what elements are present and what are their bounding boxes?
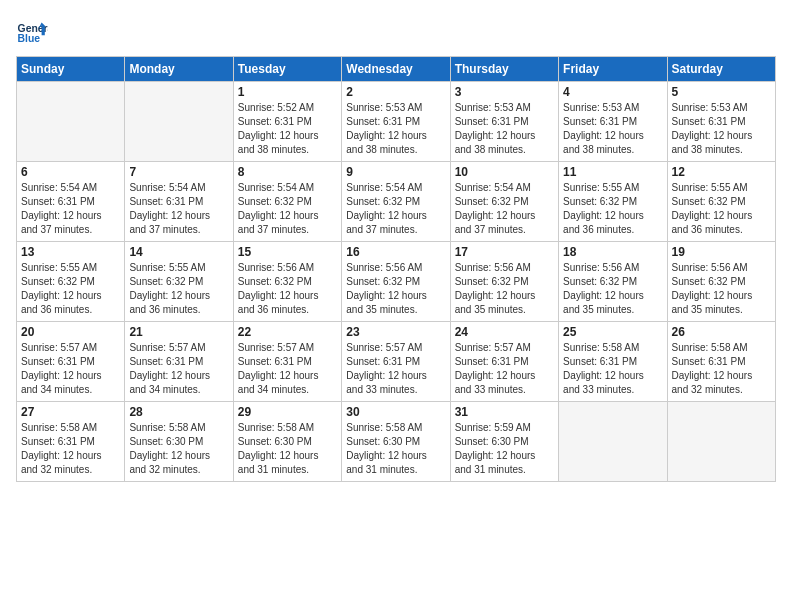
calendar-cell: 14Sunrise: 5:55 AM Sunset: 6:32 PM Dayli…: [125, 242, 233, 322]
day-info: Sunrise: 5:58 AM Sunset: 6:30 PM Dayligh…: [346, 421, 445, 477]
day-info: Sunrise: 5:53 AM Sunset: 6:31 PM Dayligh…: [455, 101, 554, 157]
day-number: 30: [346, 405, 445, 419]
calendar-cell: 16Sunrise: 5:56 AM Sunset: 6:32 PM Dayli…: [342, 242, 450, 322]
day-info: Sunrise: 5:55 AM Sunset: 6:32 PM Dayligh…: [21, 261, 120, 317]
weekday-header: Sunday: [17, 57, 125, 82]
day-info: Sunrise: 5:54 AM Sunset: 6:31 PM Dayligh…: [129, 181, 228, 237]
day-number: 22: [238, 325, 337, 339]
calendar-cell: 24Sunrise: 5:57 AM Sunset: 6:31 PM Dayli…: [450, 322, 558, 402]
calendar-cell: 6Sunrise: 5:54 AM Sunset: 6:31 PM Daylig…: [17, 162, 125, 242]
day-number: 13: [21, 245, 120, 259]
calendar-cell: 27Sunrise: 5:58 AM Sunset: 6:31 PM Dayli…: [17, 402, 125, 482]
day-number: 8: [238, 165, 337, 179]
day-info: Sunrise: 5:56 AM Sunset: 6:32 PM Dayligh…: [563, 261, 662, 317]
weekday-header: Thursday: [450, 57, 558, 82]
day-number: 24: [455, 325, 554, 339]
calendar-cell: [559, 402, 667, 482]
day-number: 20: [21, 325, 120, 339]
calendar-cell: 30Sunrise: 5:58 AM Sunset: 6:30 PM Dayli…: [342, 402, 450, 482]
day-number: 23: [346, 325, 445, 339]
calendar-cell: 19Sunrise: 5:56 AM Sunset: 6:32 PM Dayli…: [667, 242, 775, 322]
day-number: 10: [455, 165, 554, 179]
day-number: 18: [563, 245, 662, 259]
day-info: Sunrise: 5:58 AM Sunset: 6:31 PM Dayligh…: [563, 341, 662, 397]
day-info: Sunrise: 5:56 AM Sunset: 6:32 PM Dayligh…: [346, 261, 445, 317]
weekday-header: Monday: [125, 57, 233, 82]
calendar-cell: 28Sunrise: 5:58 AM Sunset: 6:30 PM Dayli…: [125, 402, 233, 482]
day-number: 5: [672, 85, 771, 99]
page-header: General Blue: [16, 16, 776, 48]
day-info: Sunrise: 5:52 AM Sunset: 6:31 PM Dayligh…: [238, 101, 337, 157]
day-number: 11: [563, 165, 662, 179]
day-info: Sunrise: 5:56 AM Sunset: 6:32 PM Dayligh…: [672, 261, 771, 317]
weekday-header: Saturday: [667, 57, 775, 82]
calendar-cell: 25Sunrise: 5:58 AM Sunset: 6:31 PM Dayli…: [559, 322, 667, 402]
day-number: 1: [238, 85, 337, 99]
calendar-cell: [667, 402, 775, 482]
day-info: Sunrise: 5:54 AM Sunset: 6:32 PM Dayligh…: [455, 181, 554, 237]
day-number: 6: [21, 165, 120, 179]
calendar-cell: 17Sunrise: 5:56 AM Sunset: 6:32 PM Dayli…: [450, 242, 558, 322]
calendar-cell: 2Sunrise: 5:53 AM Sunset: 6:31 PM Daylig…: [342, 82, 450, 162]
day-info: Sunrise: 5:54 AM Sunset: 6:31 PM Dayligh…: [21, 181, 120, 237]
day-number: 26: [672, 325, 771, 339]
calendar-cell: 21Sunrise: 5:57 AM Sunset: 6:31 PM Dayli…: [125, 322, 233, 402]
day-info: Sunrise: 5:57 AM Sunset: 6:31 PM Dayligh…: [129, 341, 228, 397]
day-info: Sunrise: 5:54 AM Sunset: 6:32 PM Dayligh…: [346, 181, 445, 237]
day-info: Sunrise: 5:55 AM Sunset: 6:32 PM Dayligh…: [129, 261, 228, 317]
calendar-cell: 8Sunrise: 5:54 AM Sunset: 6:32 PM Daylig…: [233, 162, 341, 242]
day-number: 16: [346, 245, 445, 259]
calendar-cell: 23Sunrise: 5:57 AM Sunset: 6:31 PM Dayli…: [342, 322, 450, 402]
day-number: 7: [129, 165, 228, 179]
calendar-cell: 31Sunrise: 5:59 AM Sunset: 6:30 PM Dayli…: [450, 402, 558, 482]
calendar-week-row: 1Sunrise: 5:52 AM Sunset: 6:31 PM Daylig…: [17, 82, 776, 162]
calendar-cell: 15Sunrise: 5:56 AM Sunset: 6:32 PM Dayli…: [233, 242, 341, 322]
day-info: Sunrise: 5:55 AM Sunset: 6:32 PM Dayligh…: [563, 181, 662, 237]
calendar-table: SundayMondayTuesdayWednesdayThursdayFrid…: [16, 56, 776, 482]
day-info: Sunrise: 5:53 AM Sunset: 6:31 PM Dayligh…: [346, 101, 445, 157]
day-info: Sunrise: 5:58 AM Sunset: 6:30 PM Dayligh…: [238, 421, 337, 477]
day-number: 2: [346, 85, 445, 99]
calendar-week-row: 20Sunrise: 5:57 AM Sunset: 6:31 PM Dayli…: [17, 322, 776, 402]
calendar-header-row: SundayMondayTuesdayWednesdayThursdayFrid…: [17, 57, 776, 82]
day-info: Sunrise: 5:58 AM Sunset: 6:31 PM Dayligh…: [672, 341, 771, 397]
calendar-cell: 7Sunrise: 5:54 AM Sunset: 6:31 PM Daylig…: [125, 162, 233, 242]
calendar-cell: 11Sunrise: 5:55 AM Sunset: 6:32 PM Dayli…: [559, 162, 667, 242]
day-number: 4: [563, 85, 662, 99]
calendar-cell: 13Sunrise: 5:55 AM Sunset: 6:32 PM Dayli…: [17, 242, 125, 322]
calendar-cell: 5Sunrise: 5:53 AM Sunset: 6:31 PM Daylig…: [667, 82, 775, 162]
day-info: Sunrise: 5:57 AM Sunset: 6:31 PM Dayligh…: [238, 341, 337, 397]
calendar-cell: 10Sunrise: 5:54 AM Sunset: 6:32 PM Dayli…: [450, 162, 558, 242]
day-number: 17: [455, 245, 554, 259]
day-info: Sunrise: 5:59 AM Sunset: 6:30 PM Dayligh…: [455, 421, 554, 477]
day-number: 31: [455, 405, 554, 419]
calendar-cell: 18Sunrise: 5:56 AM Sunset: 6:32 PM Dayli…: [559, 242, 667, 322]
weekday-header: Tuesday: [233, 57, 341, 82]
day-info: Sunrise: 5:57 AM Sunset: 6:31 PM Dayligh…: [21, 341, 120, 397]
calendar-week-row: 13Sunrise: 5:55 AM Sunset: 6:32 PM Dayli…: [17, 242, 776, 322]
day-number: 19: [672, 245, 771, 259]
calendar-week-row: 27Sunrise: 5:58 AM Sunset: 6:31 PM Dayli…: [17, 402, 776, 482]
day-number: 29: [238, 405, 337, 419]
day-number: 14: [129, 245, 228, 259]
day-number: 21: [129, 325, 228, 339]
day-number: 12: [672, 165, 771, 179]
day-info: Sunrise: 5:55 AM Sunset: 6:32 PM Dayligh…: [672, 181, 771, 237]
day-info: Sunrise: 5:56 AM Sunset: 6:32 PM Dayligh…: [238, 261, 337, 317]
calendar-week-row: 6Sunrise: 5:54 AM Sunset: 6:31 PM Daylig…: [17, 162, 776, 242]
logo: General Blue: [16, 16, 48, 48]
calendar-cell: [17, 82, 125, 162]
calendar-cell: 22Sunrise: 5:57 AM Sunset: 6:31 PM Dayli…: [233, 322, 341, 402]
calendar-cell: 1Sunrise: 5:52 AM Sunset: 6:31 PM Daylig…: [233, 82, 341, 162]
day-number: 9: [346, 165, 445, 179]
day-info: Sunrise: 5:58 AM Sunset: 6:31 PM Dayligh…: [21, 421, 120, 477]
calendar-cell: 26Sunrise: 5:58 AM Sunset: 6:31 PM Dayli…: [667, 322, 775, 402]
day-info: Sunrise: 5:57 AM Sunset: 6:31 PM Dayligh…: [346, 341, 445, 397]
day-number: 25: [563, 325, 662, 339]
calendar-cell: 29Sunrise: 5:58 AM Sunset: 6:30 PM Dayli…: [233, 402, 341, 482]
day-info: Sunrise: 5:53 AM Sunset: 6:31 PM Dayligh…: [672, 101, 771, 157]
day-info: Sunrise: 5:58 AM Sunset: 6:30 PM Dayligh…: [129, 421, 228, 477]
calendar-cell: 4Sunrise: 5:53 AM Sunset: 6:31 PM Daylig…: [559, 82, 667, 162]
day-info: Sunrise: 5:54 AM Sunset: 6:32 PM Dayligh…: [238, 181, 337, 237]
day-info: Sunrise: 5:56 AM Sunset: 6:32 PM Dayligh…: [455, 261, 554, 317]
